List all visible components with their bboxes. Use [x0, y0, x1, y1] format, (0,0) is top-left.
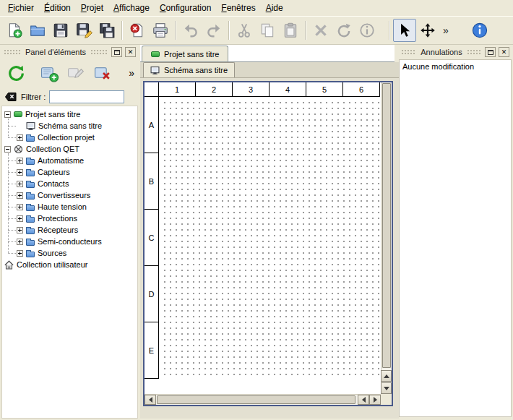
new-element-button[interactable] — [37, 61, 61, 85]
save-button[interactable] — [49, 19, 72, 42]
print-button[interactable] — [149, 19, 172, 42]
column-header: 4 — [270, 82, 306, 97]
tree-item-label: Collection projet — [38, 133, 95, 142]
edit-element-button[interactable] — [64, 61, 88, 85]
expand-icon[interactable] — [17, 169, 23, 176]
expand-icon[interactable] — [17, 239, 23, 245]
folder-icon — [26, 194, 35, 200]
panel-toolbar-overflow-button[interactable]: » — [129, 67, 136, 79]
clear-filter-button[interactable] — [4, 90, 17, 103]
folder-icon — [26, 182, 35, 188]
collapse-icon[interactable] — [4, 111, 11, 118]
tree-item-capteurs[interactable]: Capteurs — [2, 166, 137, 178]
scroll-down-button[interactable] — [381, 382, 392, 394]
elements-tree[interactable]: Projet sans titre Schéma sans titre Coll… — [1, 106, 138, 419]
new-document-icon — [6, 22, 23, 39]
tree-item-recepteurs[interactable]: Récepteurs — [2, 224, 137, 236]
new-document-button[interactable] — [3, 19, 26, 42]
column-headers: 1 2 3 4 5 6 — [159, 82, 380, 97]
paste-button[interactable] — [279, 19, 302, 42]
menu-projet[interactable]: Projet — [76, 1, 108, 15]
about-button[interactable] — [468, 19, 491, 42]
tree-item-collection-utilisateur[interactable]: Collection utilisateur — [2, 259, 137, 270]
dock-close-button[interactable]: ✕ — [125, 47, 136, 57]
menu-fichier[interactable]: Fichier — [3, 1, 39, 15]
tree-item-haute-tension[interactable]: Haute tension — [2, 201, 137, 213]
reload-collections-button[interactable] — [4, 61, 28, 85]
expand-icon[interactable] — [17, 250, 23, 257]
tab-project[interactable]: Projet sans titre — [142, 46, 228, 61]
dock-grip[interactable] — [4, 49, 21, 55]
toolbar-overflow-button[interactable]: » — [439, 25, 452, 36]
tree-item-semi-conducteurs[interactable]: Semi-conducteurs — [2, 236, 137, 247]
undo-panel-titlebar[interactable]: Annulations ✕ — [399, 46, 512, 58]
expand-icon[interactable] — [17, 204, 23, 210]
horizontal-scrollbar[interactable] — [145, 394, 381, 405]
expand-icon[interactable] — [17, 158, 23, 164]
elements-panel-titlebar[interactable]: Panel d'éléments ✕ — [1, 46, 138, 58]
delete-button[interactable] — [309, 19, 332, 42]
menu-fenetres[interactable]: Fenêtres — [216, 1, 260, 15]
collapse-icon[interactable] — [4, 146, 11, 153]
move-mode-button[interactable] — [416, 19, 439, 42]
tree-item-protections[interactable]: Protections — [2, 213, 137, 224]
tab-schema[interactable]: Schéma sans titre — [143, 62, 235, 77]
scroll-up-button[interactable] — [381, 370, 392, 382]
sheet-corner — [145, 82, 159, 97]
menu-configuration[interactable]: Configuration — [155, 1, 216, 15]
dock-float-button[interactable] — [111, 47, 122, 57]
close-document-button[interactable] — [126, 19, 149, 42]
delete-element-button[interactable] — [90, 61, 115, 85]
menu-edition[interactable]: Édition — [39, 1, 76, 15]
dock-grip[interactable] — [401, 49, 416, 55]
dock-close-button[interactable]: ✕ — [499, 47, 509, 57]
scroll-left-button[interactable] — [358, 395, 369, 405]
tree-item-collection-qet[interactable]: Collection QET — [2, 143, 137, 155]
save-all-icon — [98, 22, 116, 39]
vertical-scrollbar[interactable] — [381, 82, 392, 394]
redo-button[interactable] — [202, 19, 225, 42]
select-mode-button[interactable] — [393, 19, 416, 42]
horizontal-scrollbar-thumb[interactable] — [157, 395, 355, 404]
folder-icon — [26, 240, 35, 246]
expand-icon[interactable] — [17, 134, 23, 141]
dock-grip[interactable] — [90, 49, 108, 55]
scroll-right-button[interactable] — [369, 395, 381, 405]
diagram-view[interactable]: 1 2 3 4 5 6 A B C D E — [143, 81, 393, 406]
rotate-button[interactable] — [332, 19, 355, 42]
tree-item-automatisme[interactable]: Automatisme — [2, 155, 137, 166]
open-project-button[interactable] — [26, 19, 49, 42]
save-all-button[interactable] — [95, 19, 118, 42]
dock-grip[interactable] — [467, 49, 482, 55]
toolbar-separator — [175, 21, 176, 40]
undo-icon — [182, 22, 199, 39]
expand-icon[interactable] — [17, 227, 23, 233]
tree-item-project[interactable]: Projet sans titre — [2, 108, 137, 120]
tree-item-convertisseurs[interactable]: Convertisseurs — [2, 189, 137, 201]
undo-button[interactable] — [179, 19, 202, 42]
copy-button[interactable] — [256, 19, 279, 42]
tree-item-schema[interactable]: Schéma sans titre — [2, 120, 137, 132]
cut-button[interactable] — [233, 19, 256, 42]
filter-input[interactable] — [49, 90, 124, 103]
expand-icon[interactable] — [17, 192, 23, 199]
tree-item-sources[interactable]: Sources — [2, 247, 137, 259]
menu-aide[interactable]: Aide — [261, 1, 288, 15]
undo-history-list[interactable]: Aucune modification — [399, 59, 512, 417]
tree-item-label: Haute tension — [38, 202, 87, 211]
info-disabled-icon — [358, 22, 376, 39]
menu-affichage[interactable]: Affichage — [108, 1, 155, 15]
close-icon: ✕ — [128, 49, 134, 56]
element-info-button[interactable] — [355, 19, 379, 42]
expand-icon[interactable] — [17, 215, 23, 222]
tree-item-collection-projet[interactable]: Collection projet — [2, 132, 137, 143]
expand-icon[interactable] — [17, 181, 23, 187]
tree-item-contacts[interactable]: Contacts — [2, 178, 137, 189]
left-arrow-icon — [362, 397, 366, 403]
diagram-canvas[interactable] — [160, 98, 380, 379]
dock-float-button[interactable] — [485, 47, 496, 57]
save-as-button[interactable] — [72, 19, 95, 42]
vertical-scrollbar-thumb[interactable] — [382, 83, 391, 368]
scroll-left-button[interactable] — [145, 395, 156, 405]
tree-item-label: Automatisme — [38, 156, 84, 165]
